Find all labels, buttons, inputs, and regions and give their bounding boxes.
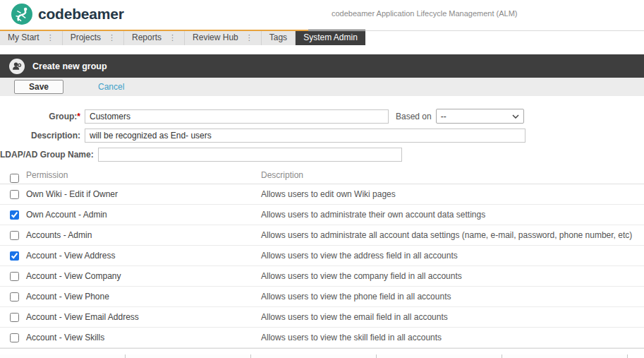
based-on-label: Based on [396,112,432,121]
select-all-checkbox[interactable] [10,174,19,183]
codebeamer-logo[interactable]: codebeamer [11,4,124,25]
tab-label: Reports [132,32,162,42]
group-form: Group:* Based on -- Description: LDAP/AD… [0,96,644,162]
permission-description: Allows users to view the phone field in … [261,287,644,306]
tab-review-hub[interactable]: Review Hub ⋮ [185,30,262,45]
tab-label: My Start [8,32,40,42]
partial-cell [502,354,628,358]
permission-name: Account - View Email Address [26,307,261,327]
codebeamer-app: codebeamer codebeamer Application Lifecy… [0,0,644,358]
ldap-group-label: LDAP/AD Group Name: [0,150,94,160]
tab-label: Projects [71,32,101,42]
permission-row: Account - View Skills Allows users to vi… [0,328,644,348]
description-input[interactable] [85,129,525,143]
tab-accent-line [0,30,308,31]
permission-row: Account - View Email Address Allows user… [0,307,644,328]
permission-description: Allows users to administrate all account… [261,225,644,245]
save-button[interactable]: Save [14,80,63,94]
header-gap [0,47,644,54]
tab-bar-tabs: My Start ⋮ Projects ⋮ Reports ⋮ Review H… [0,30,644,45]
group-row: Group:* Based on -- [0,109,644,124]
permission-name: Account - View Company [26,266,261,286]
permission-checkbox[interactable] [10,313,19,322]
description-label: Description: [0,131,80,141]
permission-row: Own Wiki - Edit if Owner Allows users to… [0,184,644,205]
permission-checkbox-cell [0,184,26,204]
tab-label: Tags [269,32,287,42]
based-on-selected-value: -- [441,112,446,121]
permission-row: Accounts - Admin Allows users to adminis… [0,225,644,246]
partial-cell [251,354,377,358]
permission-checkbox[interactable] [10,251,19,261]
main-tab-bar: My Start ⋮ Projects ⋮ Reports ⋮ Review H… [0,30,644,47]
permission-description: Allows users to view the address field i… [261,246,644,265]
permission-column-header: Permission [26,167,261,184]
form-toolbar: Save Cancel [0,78,644,96]
description-row: Description: [0,129,644,143]
cancel-link[interactable]: Cancel [98,82,124,92]
partial-next-section [0,348,644,358]
tab-label: Review Hub [193,32,238,42]
tab-projects[interactable]: Projects ⋮ [63,30,124,45]
app-header: codebeamer codebeamer Application Lifecy… [0,0,644,28]
tab-menu-icon[interactable]: ⋮ [245,34,253,42]
permission-description: Allows users to view the skill field in … [261,328,644,347]
permission-checkbox-cell [0,246,26,265]
page-title: Create new group [32,61,107,71]
group-name-input[interactable] [85,109,389,124]
permission-name: Account - View Skills [26,328,261,347]
tab-tags[interactable]: Tags [262,30,296,45]
permission-checkbox-cell [0,307,26,327]
permission-name: Own Wiki - Edit if Owner [26,184,261,204]
permission-checkbox[interactable] [10,333,19,342]
page-action-bar: Create new group [0,54,644,78]
permission-checkbox-cell [0,287,26,306]
description-column-header: Description [261,167,644,184]
permission-checkbox-cell [0,266,26,286]
ldap-group-input[interactable] [98,148,402,162]
app-title: codebeamer Application Lifecycle Managem… [332,9,518,18]
partial-cell [126,354,251,358]
chevron-down-icon [512,114,519,119]
logo-text: codebeamer [38,6,124,23]
permission-checkbox[interactable] [10,272,19,281]
permission-description: Allows users to edit own Wiki pages [261,184,644,204]
based-on-select[interactable]: -- [436,109,524,124]
group-admin-icon [9,59,25,74]
permission-description: Allows users to administrate their own a… [261,205,644,225]
permission-name: Own Account - Admin [26,205,261,225]
tab-label: System Admin [303,32,358,42]
tab-my-start[interactable]: My Start ⋮ [0,30,63,45]
select-all-cell [0,167,26,184]
permission-name: Accounts - Admin [26,225,261,245]
tab-menu-icon[interactable]: ⋮ [169,34,176,42]
required-asterisk: * [77,112,80,121]
ldap-row: LDAP/AD Group Name: [0,148,644,162]
gecko-logo-icon [11,4,32,25]
permission-row: Account - View Phone Allows users to vie… [0,287,644,307]
tab-menu-icon[interactable]: ⋮ [47,34,54,42]
permission-description: Allows users to view the company field i… [261,266,644,286]
permission-row: Own Account - Admin Allows users to admi… [0,205,644,225]
permission-name: Account - View Phone [26,287,261,306]
permission-checkbox-cell [0,225,26,245]
permission-row: Account - View Company Allows users to v… [0,266,644,287]
group-label: Group:* [0,112,80,121]
tab-system-admin[interactable]: System Admin [296,30,365,45]
permission-checkbox[interactable] [10,292,19,302]
permission-name: Account - View Address [26,246,261,265]
permission-checkbox-cell [0,328,26,347]
permissions-table-header: Permission Description [0,167,644,184]
permission-row: Account - View Address Allows users to v… [0,246,644,266]
permissions-table: Permission Description Own Wiki - Edit i… [0,167,644,348]
tab-menu-icon[interactable]: ⋮ [108,34,116,42]
partial-cell [377,354,502,358]
permission-checkbox-cell [0,205,26,225]
permission-checkbox[interactable] [10,190,19,199]
permissions-table-body: Own Wiki - Edit if Owner Allows users to… [0,184,644,348]
tab-reports[interactable]: Reports ⋮ [124,30,185,45]
partial-cell [0,354,126,358]
permission-checkbox[interactable] [10,231,19,240]
tab-hairline [308,30,644,31]
permission-checkbox[interactable] [10,210,19,220]
